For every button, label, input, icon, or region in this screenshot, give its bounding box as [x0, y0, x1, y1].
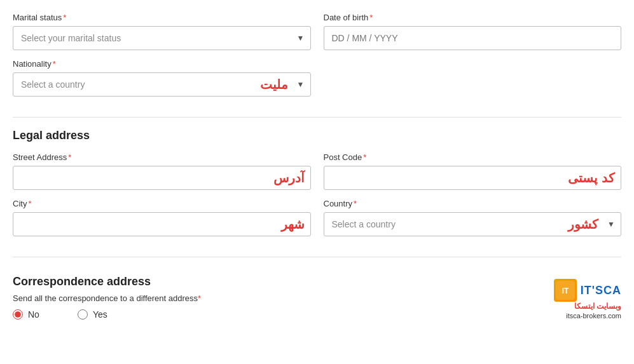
radio-no-label[interactable]: No [28, 309, 39, 320]
logo-text-block: IT'SCA [581, 284, 621, 297]
empty-col [324, 59, 622, 97]
country-wrapper: Select a country کشور ▼ [324, 212, 622, 236]
logo-sca-span: SCA [595, 284, 621, 297]
marital-status-group: Marital status* Select your marital stat… [13, 13, 311, 50]
radio-yes-item[interactable]: Yes [78, 309, 107, 320]
post-code-input[interactable] [324, 166, 622, 190]
post-code-wrapper: کد پستی [324, 166, 622, 190]
radio-no-item[interactable]: No [13, 309, 39, 320]
marital-status-select[interactable]: Select your marital status Single Marrie… [13, 26, 311, 50]
logo-it-span: IT' [581, 284, 595, 297]
correspondence-subtitle: Send all the correspondence to a differe… [13, 293, 621, 303]
date-of-birth-label: Date of birth* [324, 13, 622, 22]
nationality-group: Nationality* Select a country ملیت ▼ [13, 59, 311, 97]
country-group: Country* Select a country کشور ▼ [324, 199, 622, 236]
post-code-label: Post Code* [324, 152, 622, 162]
nationality-label: Nationality* [13, 59, 311, 69]
legal-address-title: Legal address [13, 129, 621, 142]
date-of-birth-input[interactable] [324, 26, 622, 50]
radio-no-input[interactable] [13, 309, 23, 320]
correspondence-title: Correspondence address [13, 275, 621, 288]
logo-area: IT IT'SCA وبسایت ایتسکا itsca-brokers.co… [554, 279, 621, 320]
nationality-select[interactable]: Select a country [13, 72, 311, 97]
logo-box: IT IT'SCA [554, 279, 621, 302]
radio-yes-label[interactable]: Yes [93, 309, 107, 320]
svg-text:IT: IT [562, 286, 569, 295]
marital-status-label: Marital status* [13, 13, 311, 22]
logo-subtitle-fa: وبسایت ایتسکا [574, 302, 621, 311]
country-label: Country* [324, 199, 622, 208]
logo-en-text: IT'SCA [581, 284, 621, 297]
radio-yes-input[interactable] [78, 309, 88, 320]
street-address-group: Street Address* آدرس [13, 152, 311, 190]
correspondence-section: Correspondence address Send all the corr… [13, 269, 621, 320]
street-address-input[interactable] [13, 166, 311, 190]
marital-status-wrapper: Select your marital status Single Marrie… [13, 26, 311, 50]
logo-icon: IT [554, 279, 577, 302]
street-address-wrapper: آدرس [13, 166, 311, 190]
city-wrapper: شهر [13, 212, 311, 236]
city-input[interactable] [13, 212, 311, 236]
nationality-wrapper: Select a country ملیت ▼ [13, 72, 311, 97]
city-label: City* [13, 199, 311, 208]
country-select[interactable]: Select a country [324, 212, 622, 236]
correspondence-radio-row: No Yes [13, 309, 621, 320]
logo-url: itsca-brokers.com [566, 312, 621, 320]
street-address-label: Street Address* [13, 152, 311, 162]
date-of-birth-group: Date of birth* [324, 13, 622, 50]
city-group: City* شهر [13, 199, 311, 236]
post-code-group: Post Code* کد پستی [324, 152, 622, 190]
